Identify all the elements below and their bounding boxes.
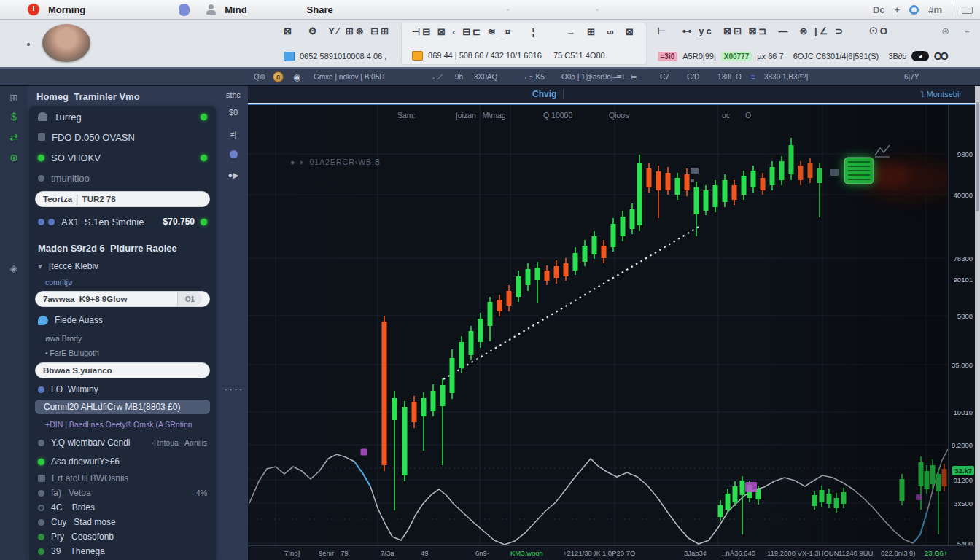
pair-dots-icon [38, 219, 55, 225]
sidebar-input[interactable]: Bbwaa S.yuianco [35, 362, 210, 378]
sidebar-input[interactable]: 7awwaa K9+8 9GlowO1 [35, 291, 210, 307]
rail-icon[interactable]: ◈ [0, 262, 28, 274]
menubar-icon[interactable]: + [895, 4, 901, 15]
menubar-icon[interactable]: #m [928, 4, 942, 15]
chart-toolbar-item[interactable]: C7 [660, 69, 669, 86]
sidebar-item[interactable]: 4C Brdes [29, 500, 216, 515]
time-label: +2121/38 Ж 1.0P20 7O [563, 549, 635, 557]
current-price-tag: 32.k7 [952, 466, 974, 475]
user-avatar[interactable] [42, 24, 90, 62]
menu-item-morning[interactable]: Morning [48, 4, 85, 15]
price-axis: 9800400007830090101580035.000100109.2000… [948, 105, 975, 545]
menu-item-share[interactable]: Share [307, 4, 333, 15]
chart-toolbar-item[interactable]: ≣⊢ ⊨ [616, 69, 637, 86]
chart-toolbar-item[interactable]: Q⊛ [254, 69, 265, 86]
ring-icon[interactable] [909, 5, 919, 15]
chart-toolbar-item[interactable]: Gmxe | ndkov | B:05D [314, 69, 384, 86]
chart-toolbar-item[interactable]: 3X0AQ [474, 69, 497, 86]
menu-item-mind[interactable]: Mind [225, 4, 246, 15]
dot [48, 219, 55, 225]
menu-blue-icon[interactable]: ≡ [751, 69, 755, 86]
sidebar-item[interactable]: Asa dnewurlY≥£6 [29, 452, 216, 471]
rail-icon[interactable]: $ [0, 111, 28, 122]
sidebar-item-label: Fiede Auass [55, 315, 207, 325]
sidebar-item[interactable]: Pry Ceosofonb [29, 529, 216, 544]
toolbar-icons-row[interactable]: ⊢ ⊷ yc ⊠⊡ ⊠⊐ — ⊜ |∠ ⊃ ☉O [658, 23, 947, 40]
sidebar-item[interactable]: LO Wilminy [29, 381, 216, 398]
user-blob-icon[interactable] [179, 4, 190, 16]
trail-text: 4% [196, 489, 207, 497]
chart-toolbar-item[interactable]: ⌐⟋ [433, 69, 443, 86]
chart-link[interactable]: ⤵ Montsebir [920, 86, 962, 102]
candle-body [827, 494, 832, 504]
mini-icon[interactable]: ●▶ [219, 171, 248, 180]
rail-icon[interactable]: ⊕ [0, 152, 28, 163]
candle-body [817, 168, 822, 183]
input-suffix-button[interactable]: O1 [177, 292, 202, 306]
chart-toolbar-item[interactable]: 3830 1,B3|*?| [764, 69, 808, 86]
chart-toolbar-item[interactable]: 9h [455, 69, 463, 86]
eye-icon[interactable]: ◉ [293, 69, 300, 86]
chart-control[interactable]: oc [722, 111, 730, 120]
chart-toolbar-item[interactable]: C/D [687, 69, 699, 86]
candle-body [694, 187, 699, 214]
color-chip[interactable] [284, 52, 295, 61]
sidebar-input[interactable]: Teortza │ TUR2 78 [35, 191, 210, 207]
sidebar-item[interactable]: Cuy Stad mose [29, 515, 216, 529]
chart-toolbar-item[interactable]: 6|7Y [904, 69, 919, 86]
chart-control[interactable]: Qioos [609, 111, 629, 120]
mini-icon[interactable]: ≠| [219, 130, 248, 139]
mini-icon[interactable]: $0 [219, 108, 248, 117]
sidebar-item-selected[interactable]: Comnl20 AHLdfiCrw MB1(8803 £0) [35, 400, 210, 414]
sidebar-item[interactable]: FDO D.050 OVASN [29, 127, 216, 147]
sidebar-item[interactable]: AX1 S.1en Smdnie$70.750 [29, 210, 216, 233]
sidebar-item[interactable]: Ert atoUll BWOsniis [29, 471, 216, 486]
mini-icon[interactable] [219, 150, 248, 160]
toolbar-value: 75 C511 4O80. [547, 51, 607, 60]
sidebar-note: • FarE Bulugoth [29, 346, 216, 360]
scrollbar[interactable] [975, 86, 980, 560]
toolbar-values-row: 869 44 | 508 60 / 432.10/1 6016 75 C511 … [412, 47, 636, 64]
chart-control[interactable]: Q 10000 [543, 111, 572, 120]
chart-control[interactable]: Sam: [397, 111, 416, 120]
dot-icon [38, 519, 44, 526]
toolbar-right-icons: ⊛⌁ [941, 26, 970, 36]
app-dc-icon[interactable]: Dc [873, 4, 885, 15]
toolbar-value: A5R0|99| [682, 52, 715, 61]
sidebar-item[interactable]: ▾[tecce Klebiv [29, 257, 216, 276]
sidebar-item[interactable]: SO VHOKV [29, 147, 216, 168]
sidebar-item-trail: 4% [196, 489, 207, 497]
sidebar-item[interactable]: fa) Vetoa4% [29, 486, 216, 500]
color-chip[interactable] [412, 51, 423, 61]
toolbar-icons-row[interactable]: ⊣⊟ ⊠ ‹ ⊟⊏ ≋_¤ ¦ → ⊞ ∞ ⊠ [412, 23, 636, 41]
rail-icon[interactable]: ⇄ [0, 131, 28, 143]
coin-icon[interactable]: 8 [273, 71, 284, 82]
person-icon[interactable] [206, 4, 216, 15]
toolbar-icons-row[interactable]: ⊠ ⚙ Y∕ ⊞⊛ ⊟⊞ [284, 23, 391, 40]
sidebar-item[interactable]: Turreg [29, 106, 216, 127]
tab-chart[interactable]: Chvig [532, 86, 556, 102]
main-toolbar: ⊠ ⚙ Y∕ ⊞⊛ ⊟⊞0652 5891010008 4 06 ,⊣⊟ ⊠ ‹… [0, 20, 980, 69]
chart-toolbar-item[interactable]: 130Г O [718, 69, 742, 86]
sidebar-item[interactable]: Fiede Auass [29, 309, 216, 331]
candle-body [925, 471, 930, 489]
chart-control[interactable]: O [745, 111, 751, 120]
divider [952, 4, 952, 17]
rail-icon[interactable]: ⊞ [0, 92, 28, 104]
candle-body [440, 385, 446, 406]
toolbar-right-icon[interactable]: ⊛ [941, 26, 949, 36]
sidebar-note: comritjø [29, 276, 216, 289]
toolbar-right-icon[interactable]: ⌁ [964, 26, 970, 36]
sidebar-item[interactable]: tmunitioo [29, 168, 216, 188]
app-record-icon[interactable] [28, 4, 39, 15]
sidebar-item[interactable]: Y.Q wlembarv Cendl◦Rntoua Aonilis [29, 433, 216, 452]
chart-toolbar-item[interactable]: ⌐~ K5 [525, 69, 545, 86]
window-icon[interactable] [962, 7, 973, 14]
scrollbar-thumb[interactable] [976, 102, 979, 211]
mini-icon[interactable]: · · · · [219, 385, 248, 394]
chart-control[interactable]: |oizan M\mag [456, 111, 506, 120]
mini-icon[interactable]: sthc [219, 90, 248, 99]
chart-toolbar-item[interactable]: O0o | 1@asr9o|— [561, 69, 620, 86]
sidebar-item[interactable]: 39 Thenega [29, 544, 216, 559]
black-pill-icon[interactable]: ◕ [911, 51, 928, 61]
